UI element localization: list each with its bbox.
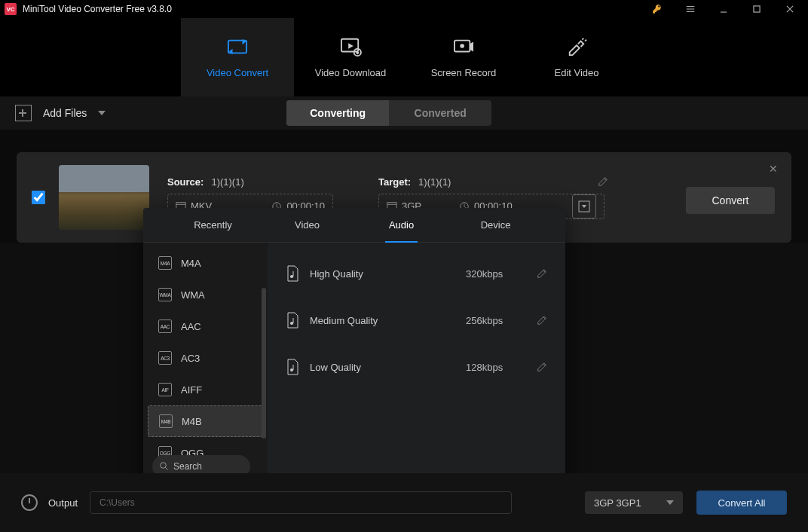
edit-icon[interactable]	[537, 362, 547, 372]
menu-icon[interactable]	[677, 0, 704, 18]
format-icon: AC3	[158, 351, 172, 365]
edit-target-icon[interactable]	[598, 176, 608, 187]
quality-item[interactable]: Medium Quality256kbps	[275, 297, 558, 344]
add-files-button[interactable]: Add Files	[15, 105, 106, 121]
svg-point-6	[460, 44, 464, 48]
quality-item[interactable]: High Quality320kbps	[275, 250, 558, 297]
target-label: Target:	[378, 176, 411, 188]
source-name: 1)(1)(1)	[211, 176, 243, 188]
format-icon: M4A	[158, 256, 172, 270]
picker-tab-recently[interactable]: Recently	[166, 208, 260, 242]
format-item-ac3[interactable]: AC3AC3	[143, 342, 268, 374]
format-icon: AIF	[158, 383, 172, 396]
remove-row-button[interactable]: ✕	[769, 163, 778, 175]
segment-converting[interactable]: Converting	[286, 100, 389, 126]
svg-marker-17	[666, 500, 674, 505]
format-icon: AAC	[158, 320, 172, 333]
convert-all-button[interactable]: Convert All	[696, 491, 787, 515]
music-file-icon	[286, 265, 299, 282]
svg-point-13	[161, 463, 167, 469]
picker-tab-device[interactable]: Device	[448, 208, 543, 242]
format-item-aiff[interactable]: AIFAIFF	[143, 374, 268, 405]
tab-label: Video Convert	[207, 67, 268, 78]
svg-point-15	[290, 322, 293, 325]
status-segments: Converting Converted	[286, 100, 491, 126]
chevron-down-icon	[666, 500, 674, 505]
tab-label: Screen Record	[431, 67, 497, 78]
app-logo: VC	[5, 3, 17, 15]
thumbnail[interactable]	[59, 165, 149, 230]
target-name: 1)(1)(1)	[418, 176, 451, 188]
output-label: Output	[48, 497, 78, 509]
svg-marker-7	[98, 111, 106, 115]
quality-item[interactable]: Low Quality128kbps	[275, 344, 558, 390]
edit-icon[interactable]	[537, 268, 547, 279]
edit-icon[interactable]	[537, 315, 547, 326]
format-item-m4a[interactable]: M4AM4A	[143, 247, 268, 279]
format-sidebar: WAVWAVM4AM4AWMAWMAAACAACAC3AC3AIFAIFFM4B…	[143, 243, 268, 488]
tab-label: Edit Video	[554, 67, 598, 78]
picker-tab-video[interactable]: Video	[260, 208, 354, 242]
segment-converted[interactable]: Converted	[389, 100, 491, 126]
convert-button[interactable]: Convert	[686, 187, 775, 214]
format-item-wma[interactable]: WMAWMA	[143, 279, 268, 310]
chevron-down-icon	[98, 111, 106, 115]
format-item-m4b[interactable]: M4BM4B	[148, 405, 263, 437]
format-icon: WMA	[158, 288, 172, 301]
schedule-icon[interactable]	[21, 494, 38, 511]
tab-video-convert[interactable]: Video Convert	[181, 18, 294, 96]
source-label: Source:	[167, 176, 204, 188]
svg-marker-3	[348, 43, 354, 48]
format-icon: M4B	[159, 414, 173, 428]
tab-label: Video Download	[315, 67, 386, 78]
quality-list: High Quality320kbpsMedium Quality256kbps…	[268, 243, 565, 488]
scrollbar[interactable]	[262, 288, 266, 439]
close-button[interactable]	[776, 0, 803, 18]
music-file-icon	[286, 312, 299, 329]
tab-video-download[interactable]: Video Download	[294, 18, 407, 96]
svg-point-14	[290, 275, 293, 278]
key-icon[interactable]	[644, 0, 671, 18]
maximize-button[interactable]	[743, 0, 770, 18]
add-files-icon	[15, 105, 32, 121]
tab-screen-record[interactable]: Screen Record	[407, 18, 520, 96]
target-format-picker[interactable]	[572, 194, 596, 219]
music-file-icon	[286, 359, 299, 375]
preset-select[interactable]: 3GP 3GP1	[585, 491, 683, 514]
tab-edit-video[interactable]: Edit Video	[520, 18, 633, 96]
svg-point-16	[290, 368, 293, 371]
svg-rect-0	[754, 6, 760, 12]
row-checkbox[interactable]	[32, 191, 45, 204]
app-title: MiniTool Video Converter Free v3.8.0	[23, 4, 638, 14]
format-item-aac[interactable]: AACAAC	[143, 310, 268, 342]
picker-tab-audio[interactable]: Audio	[354, 208, 448, 242]
minimize-button[interactable]	[710, 0, 737, 18]
output-path-input[interactable]: C:\Users	[90, 491, 512, 514]
